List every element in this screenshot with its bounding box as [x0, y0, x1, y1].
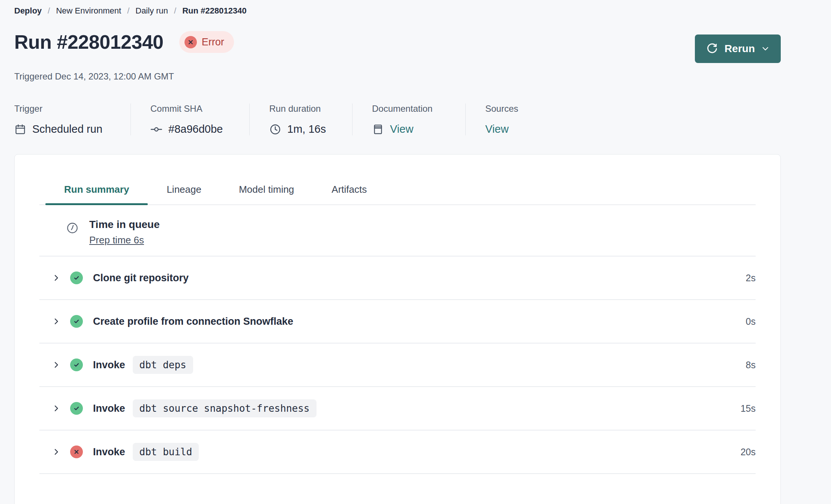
- meta-commit-label: Commit SHA: [150, 104, 231, 114]
- calendar-icon: [14, 123, 26, 135]
- chevron-right-icon[interactable]: [52, 273, 61, 282]
- status-error-icon: [70, 446, 83, 458]
- step-command-chip: dbt source snapshot-freshness: [133, 399, 316, 417]
- step-duration: 0s: [746, 316, 756, 327]
- meta-run-duration: Run duration 1m, 16s: [249, 104, 352, 135]
- step-row-clone-git[interactable]: Clone git repository 2s: [39, 256, 756, 299]
- step-command-chip: dbt build: [133, 443, 199, 461]
- step-row-dbt-build[interactable]: Invoke dbt build 20s: [39, 430, 756, 473]
- breadcrumb-separator: /: [127, 6, 129, 16]
- breadcrumb-current-run: Run #228012340: [182, 6, 246, 16]
- rerun-button[interactable]: Rerun: [695, 34, 781, 63]
- meta-commit-value: #8a96d0be: [168, 123, 223, 135]
- rerun-button-label: Rerun: [724, 43, 755, 55]
- chevron-right-icon[interactable]: [52, 317, 61, 326]
- step-title: Invoke: [93, 446, 125, 458]
- step-title: Clone git repository: [93, 272, 189, 284]
- page-title: Run #228012340: [14, 31, 164, 53]
- meta-duration-label: Run duration: [269, 104, 334, 114]
- meta-trigger-value: Scheduled run: [32, 123, 102, 135]
- breadcrumb-job[interactable]: Daily run: [135, 6, 168, 16]
- documentation-view-link[interactable]: View: [390, 123, 413, 135]
- chevron-right-icon[interactable]: [52, 360, 61, 369]
- step-title: Invoke: [93, 359, 125, 371]
- prep-time-link[interactable]: Prep time 6s: [89, 234, 144, 246]
- tab-run-summary[interactable]: Run summary: [45, 178, 148, 204]
- tab-bar: Run summary Lineage Model timing Artifac…: [39, 154, 756, 205]
- error-circle-icon: [184, 36, 197, 48]
- step-duration: 2s: [746, 273, 756, 284]
- clock-icon: [66, 222, 79, 234]
- step-duration: 20s: [741, 447, 756, 458]
- tab-artifacts[interactable]: Artifacts: [313, 178, 386, 204]
- breadcrumb-separator: /: [174, 6, 176, 16]
- breadcrumb: Deploy / New Environment / Daily run / R…: [14, 0, 781, 16]
- status-success-icon: [70, 358, 83, 371]
- tab-lineage[interactable]: Lineage: [148, 178, 220, 204]
- meta-sources-label: Sources: [485, 104, 518, 114]
- meta-trigger: Trigger Scheduled run: [14, 104, 130, 135]
- time-in-queue-block: Time in queue Prep time 6s: [66, 205, 756, 256]
- step-title: Create profile from connection Snowflake: [93, 316, 293, 327]
- title-group: Run #228012340 Error: [14, 31, 234, 53]
- error-status-badge: Error: [179, 31, 234, 53]
- breadcrumb-deploy[interactable]: Deploy: [14, 6, 42, 16]
- step-row-dbt-source-freshness[interactable]: Invoke dbt source snapshot-freshness 15s: [39, 386, 756, 430]
- status-success-icon: [70, 272, 83, 284]
- breadcrumb-separator: /: [48, 6, 50, 16]
- page-header: Run #228012340 Error Rerun: [14, 31, 781, 63]
- step-duration: 8s: [746, 360, 756, 370]
- run-summary-card: Run summary Lineage Model timing Artifac…: [14, 154, 781, 504]
- run-detail-page: Deploy / New Environment / Daily run / R…: [14, 0, 781, 504]
- clock-icon: [269, 123, 281, 135]
- triggered-timestamp: Triggered Dec 14, 2023, 12:00 AM GMT: [14, 71, 781, 82]
- meta-documentation-label: Documentation: [372, 104, 447, 114]
- time-in-queue-title: Time in queue: [89, 219, 160, 231]
- document-icon: [372, 123, 384, 135]
- step-title: Invoke: [93, 403, 125, 414]
- meta-commit-sha: Commit SHA #8a96d0be: [130, 104, 249, 135]
- refresh-icon: [706, 43, 718, 55]
- step-row-create-profile[interactable]: Create profile from connection Snowflake…: [39, 299, 756, 343]
- breadcrumb-environment[interactable]: New Environment: [56, 6, 121, 16]
- tab-model-timing[interactable]: Model timing: [220, 178, 313, 204]
- chevron-right-icon[interactable]: [52, 404, 61, 413]
- chevron-down-icon: [761, 45, 770, 53]
- status-badge-label: Error: [202, 36, 224, 48]
- meta-sources: Sources View: [465, 104, 536, 135]
- step-command-chip: dbt deps: [133, 356, 193, 374]
- status-success-icon: [70, 402, 83, 415]
- status-success-icon: [70, 315, 83, 328]
- chevron-right-icon[interactable]: [52, 447, 61, 456]
- run-meta-row: Trigger Scheduled run Commit SHA: [14, 104, 781, 135]
- meta-documentation: Documentation View: [352, 104, 465, 135]
- meta-trigger-label: Trigger: [14, 104, 112, 114]
- step-list: Clone git repository 2s Create profile f…: [39, 256, 756, 474]
- sources-view-link[interactable]: View: [485, 123, 508, 135]
- step-duration: 15s: [741, 403, 756, 414]
- commit-icon: [150, 123, 162, 135]
- step-row-dbt-deps[interactable]: Invoke dbt deps 8s: [39, 343, 756, 386]
- meta-duration-value: 1m, 16s: [287, 123, 326, 135]
